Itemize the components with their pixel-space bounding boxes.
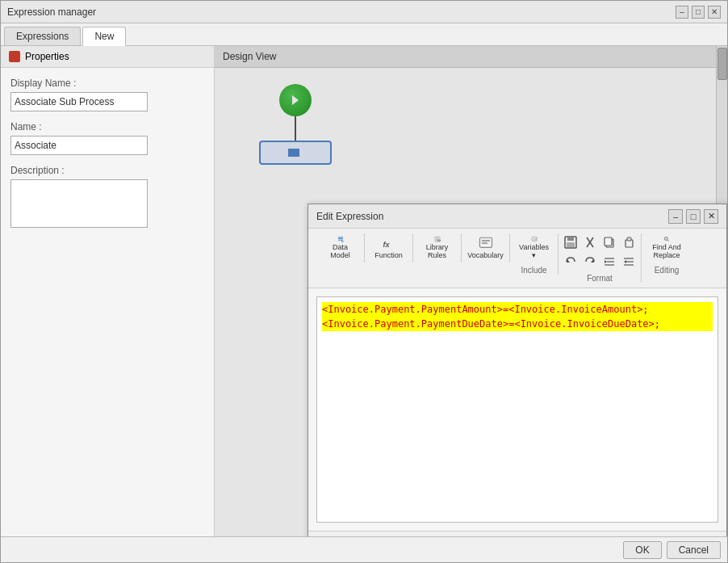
svg-rect-18 [567, 242, 575, 247]
toolbar-group-vocabulary: Vocabulary [462, 233, 510, 263]
cut-button[interactable] [581, 233, 599, 251]
cut-icon [584, 236, 596, 249]
include-label: Include [521, 266, 546, 275]
paste-button[interactable] [620, 233, 638, 251]
svg-rect-24 [627, 237, 631, 241]
copy-icon [603, 236, 616, 249]
vocabulary-button[interactable]: Vocabulary [471, 233, 500, 263]
svg-rect-11 [479, 237, 492, 247]
data-model-icon: + [331, 236, 350, 242]
tab-expressions[interactable]: Expressions [4, 27, 81, 45]
save-icon [564, 236, 577, 249]
properties-header: Properties [1, 46, 214, 68]
svg-rect-22 [605, 237, 612, 246]
dialog-close-button[interactable]: ✕ [704, 209, 718, 224]
main-content: Properties Display Name : Name : Descrip… [1, 46, 727, 536]
undo-button[interactable] [562, 253, 579, 271]
function-label: Function [374, 252, 403, 260]
bottom-bar: OK Cancel [1, 536, 727, 562]
library-rules-label: LibraryRules [426, 244, 449, 260]
window-title: Expression manager [7, 6, 96, 18]
function-button[interactable]: fx Function [374, 233, 404, 263]
svg-text:ab: ab [437, 238, 441, 242]
svg-text:+: + [341, 238, 344, 242]
dialog-toolbar: + DataModel fx [308, 229, 726, 288]
name-input[interactable] [10, 136, 148, 155]
svg-rect-17 [567, 237, 574, 241]
find-replace-label: Find AndReplace [652, 244, 681, 260]
svg-rect-13 [481, 242, 487, 244]
outdent-icon [622, 255, 635, 268]
expression-line-2: <Invoice.Payment.PaymentDueDate>=<Invoic… [322, 317, 713, 331]
dialog-body: <Invoice.Payment.PaymentAmount>=<Invoice… [308, 288, 726, 531]
vocabulary-icon [476, 236, 496, 250]
data-model-button[interactable]: + DataModel [326, 233, 355, 263]
description-label: Description : [10, 165, 204, 176]
redo-button[interactable] [581, 253, 599, 271]
function-icon: fx [379, 236, 399, 250]
svg-rect-0 [337, 237, 342, 237]
outdent-button[interactable] [620, 253, 638, 271]
main-window: Expression manager – □ ✕ Expressions New… [0, 0, 728, 563]
toolbar-group-find-replace: Find AndReplace Editing [642, 233, 692, 275]
svg-rect-12 [481, 240, 490, 242]
title-bar-controls: – □ ✕ [676, 6, 721, 19]
maximize-button[interactable]: □ [692, 6, 705, 19]
svg-text:{x}: {x} [533, 237, 537, 241]
properties-icon [9, 51, 20, 62]
svg-text:fx: fx [383, 241, 390, 249]
toolbar-group-format: Format [559, 233, 642, 283]
display-name-label: Display Name : [10, 78, 204, 89]
dialog-footer: ? Ok Cancel [308, 531, 726, 536]
svg-marker-34 [624, 260, 626, 263]
svg-line-36 [667, 240, 669, 242]
copy-button[interactable] [600, 233, 618, 251]
properties-content: Display Name : Name : Description : [1, 68, 214, 250]
indent-button[interactable] [600, 253, 618, 271]
data-model-label: DataModel [330, 244, 350, 260]
svg-marker-30 [605, 260, 607, 263]
find-replace-button[interactable]: Find AndReplace [646, 233, 687, 263]
bottom-bar-right: OK Cancel [623, 541, 721, 559]
ok-button[interactable]: OK [623, 541, 661, 559]
dialog-title-bar: Edit Expression – □ ✕ [308, 204, 726, 229]
find-replace-icon [657, 236, 676, 242]
edit-expression-dialog: Edit Expression – □ ✕ [308, 204, 727, 536]
tab-new[interactable]: New [82, 27, 126, 46]
right-panel: Design View Edit Expre [215, 46, 727, 536]
svg-point-35 [664, 237, 667, 240]
description-textarea[interactable] [10, 179, 148, 228]
redo-icon [584, 255, 596, 268]
expression-line-1: <Invoice.Payment.PaymentAmount>=<Invoice… [322, 302, 713, 317]
library-rules-icon: ab [428, 236, 447, 242]
title-bar-left: Expression manager [7, 6, 96, 18]
dialog-controls: – □ ✕ [668, 209, 718, 224]
dialog-maximize-button[interactable]: □ [686, 209, 701, 224]
minimize-button[interactable]: – [676, 6, 688, 19]
vocabulary-label: Vocabulary [467, 252, 504, 260]
format-label: Format [587, 274, 613, 283]
variables-label: Variables ▾ [519, 244, 549, 260]
svg-marker-25 [567, 258, 570, 263]
toolbar-group-library-rules: ab LibraryRules [413, 233, 462, 263]
paste-icon [622, 236, 635, 249]
svg-marker-26 [591, 258, 594, 263]
dialog-minimize-button[interactable]: – [668, 209, 683, 224]
variables-icon: {x} [525, 236, 544, 242]
save-button[interactable] [562, 233, 579, 251]
library-rules-button[interactable]: ab LibraryRules [423, 233, 452, 263]
close-button[interactable]: ✕ [708, 6, 721, 19]
indent-icon [603, 255, 616, 268]
display-name-input[interactable] [10, 92, 148, 111]
dialog-overlay: Edit Expression – □ ✕ [215, 46, 727, 536]
name-label: Name : [10, 121, 204, 132]
editing-label: Editing [655, 266, 680, 275]
left-panel: Properties Display Name : Name : Descrip… [1, 46, 215, 536]
tab-bar: Expressions New [1, 23, 727, 46]
toolbar-group-function: fx Function [365, 233, 413, 263]
undo-icon [564, 255, 577, 268]
expression-editor[interactable]: <Invoice.Payment.PaymentAmount>=<Invoice… [316, 296, 718, 523]
variables-button[interactable]: {x} Variables ▾ [520, 233, 549, 263]
cancel-button[interactable]: Cancel [667, 541, 721, 559]
dialog-title: Edit Expression [316, 211, 383, 222]
